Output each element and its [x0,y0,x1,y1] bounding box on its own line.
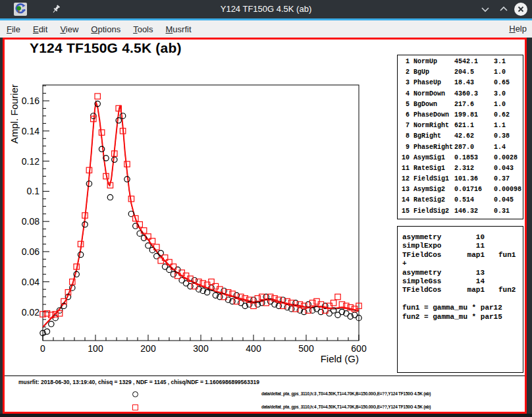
x-tick-label: 300 [193,343,209,354]
param-name: PhaseRight [413,144,453,151]
data-point-circle [116,118,121,123]
menu-item-help[interactable]: Help [509,20,527,38]
param-error: 3.1 [494,58,506,65]
close-button[interactable] [514,2,528,16]
param-name: BgRight [413,132,441,140]
theory-text: asymmetry [402,233,441,241]
menu-item-edit[interactable]: Edit [33,24,47,34]
data-point-circle [112,157,117,162]
param-idx: 3 [399,79,410,86]
y-axis-title: Ampl. Fourier [9,84,20,144]
param-error: 0.37 [494,175,510,182]
window-bottom-edge [0,414,532,417]
param-row: 11RateSig12.3120.043 [398,165,523,175]
param-error: 0.0028 [494,154,518,161]
param-row: 9PhaseRight287.01.4 [398,144,523,154]
x-tick-label: 0 [40,343,45,354]
root-canvas[interactable]: Y124 TF150G 4.5K (ab) 0.020.040.060.080.… [3,38,527,414]
theory-line: asymmetry13 [398,269,523,277]
param-idx: 11 [399,165,410,172]
param-name: RateSig2 [413,196,445,204]
titlebar: Y124 TF150G 4.5K (ab) [0,0,532,18]
plot-frame [43,85,359,341]
theory-text: TFieldCos [402,251,441,259]
param-value: 621.1 [454,122,474,129]
param-row: 4NormDown4360.33.0 [398,90,523,101]
y-tick-label: 0.06 [22,246,40,257]
legend-pad: musrfit: 2018-06-30, 13:19:40, chisq = 1… [5,375,525,410]
param-name: AsymSig1 [413,154,445,161]
theory-text: simplExpo [402,242,441,250]
data-point-circle [221,288,226,293]
param-row: 1NormUp4542.13.1 [398,58,523,69]
theory-text: 13 [476,269,485,277]
theory-text: fun2 = gamma_mu * par15 [402,313,502,321]
x-tick-label: 200 [140,343,156,354]
y-tick-label: 0.02 [22,307,40,318]
legend-square-marker-icon [132,404,138,410]
param-name: FieldSig1 [413,175,449,182]
theory-line: TFieldCosmap1fun1 [398,251,523,260]
data-point-circle [318,309,323,314]
theory-line: + [398,260,523,268]
maximize-button[interactable] [496,2,511,16]
param-error: 1.0 [494,101,506,108]
param-row: 5BgDown217.61.0 [398,101,523,111]
x-axis-title: Field (G) [321,353,359,364]
menu-item-musrfit[interactable]: Musrfit [166,24,192,34]
data-point-circle [133,223,138,229]
param-name: AsymSig2 [413,186,445,193]
x-tick-label: 500 [298,343,314,354]
param-value: 204.5 [454,69,474,76]
param-row: 12FieldSig1101.360.37 [398,175,523,186]
param-value: 0.1853 [454,154,478,161]
param-idx: 15 [399,208,410,215]
param-name: PhaseDown [413,111,449,119]
param-idx: 12 [399,175,410,182]
menu-item-tools[interactable]: Tools [133,24,153,34]
fit-parameter-box[interactable]: 1NormUp4542.13.12BgUp204.51.03PhaseUp18.… [397,55,523,219]
x-tick-label: 400 [246,343,261,354]
menu-item-file[interactable]: File [7,24,20,34]
theory-line: fun1 = gamma_mu * par12 [398,304,523,312]
param-value: 0.514 [454,196,474,204]
param-row: 14RateSig20.5140.045 [398,196,523,207]
data-point-circle [78,252,83,257]
theory-text: TFieldCos [402,286,441,294]
minimize-button[interactable] [478,2,492,16]
param-idx: 8 [399,132,410,140]
theory-line: TFieldCosmap1fun2 [398,286,523,294]
param-value: 287.0 [454,144,474,151]
param-idx: 5 [399,101,410,108]
data-point-circle [171,271,176,277]
param-name: NormUp [413,58,437,65]
legend-label: data/deltat_pta_gps_3110,h:3 ,T0=4.50K,T… [261,391,431,396]
param-name: FieldSig2 [413,208,449,215]
param-error: 1.4 [494,144,506,151]
param-row: 7NormRight621.11.1 [398,122,523,132]
theory-line: simpleGss14 [398,277,523,286]
menubar: FileEditViewOptionsToolsMusrfitHelp [0,20,532,38]
param-error: 3.0 [494,90,506,97]
param-value: 217.6 [454,101,474,108]
param-error: 0.38 [494,132,510,140]
theory-text: fun2 [498,286,516,294]
theory-box[interactable]: asymmetry10simplExpo11TFieldCosmap1fun1+… [397,226,523,373]
param-name: RateSig1 [413,165,445,172]
theory-text: 11 [476,242,485,250]
fit-line-red [43,102,359,327]
param-error: 0.65 [494,79,510,86]
theory-text: asymmetry [402,269,441,277]
data-point-circle [120,113,125,119]
param-name: BgUp [413,69,429,76]
data-point-circle [49,321,54,327]
y-tick-label: 0.14 [22,126,40,136]
param-idx: 1 [399,58,410,65]
menu-item-options[interactable]: Options [91,24,120,34]
param-idx: 6 [399,111,410,119]
param-idx: 10 [399,154,410,161]
menu-item-view[interactable]: View [60,24,78,34]
y-tick-label: 0.12 [22,156,40,167]
param-idx: 2 [399,69,410,76]
y-tick-label: 0.08 [22,216,40,227]
